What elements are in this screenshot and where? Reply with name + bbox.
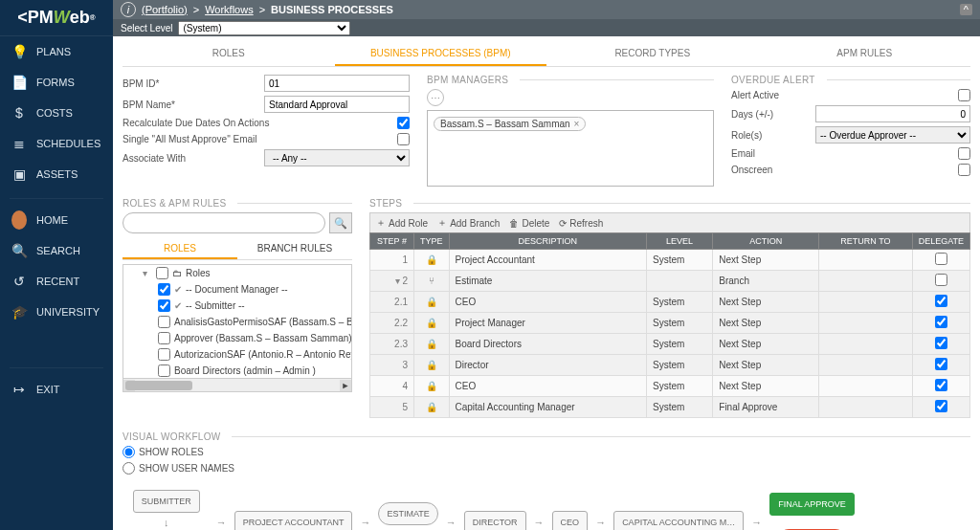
managers-tagbox[interactable]: Bassam.S – Bassam Samman× [427,110,714,187]
nav-schedules[interactable]: ≣SCHEDULES [0,128,113,159]
expand-icon[interactable]: ▾ [390,276,400,286]
col-header[interactable]: TYPE [414,233,450,250]
managers-add-icon[interactable]: ⋯ [427,89,444,106]
col-header[interactable]: ACTION [713,233,819,250]
node-submitter[interactable]: SUBMITTER [133,490,200,513]
table-row[interactable]: 5🔒Capital Accounting ManagerSystemFinal … [370,397,970,418]
role-checkbox[interactable] [158,348,170,361]
nav-home[interactable]: HOME [0,205,113,235]
col-header[interactable]: DELEGATE [912,233,969,250]
tab-roles[interactable]: ROLES [122,40,335,66]
refresh-button[interactable]: ⟳Refresh [559,218,603,229]
tab-apm-rules[interactable]: APM RULES [759,40,971,66]
node-ceo[interactable]: CEO [552,511,589,531]
delegate-checkbox[interactable] [935,274,947,286]
trash-icon: 🗑 [509,218,519,229]
role-checkbox[interactable] [158,332,170,344]
tree-item[interactable]: Board Directors (admin – Admin ) [123,363,351,379]
roles-subtabs: ROLESBRANCH RULES [122,239,352,260]
collapse-icon[interactable]: ▾ [143,268,152,278]
tree-root[interactable]: ▾ 🗀 Roles [123,265,351,281]
collapse-header-button[interactable]: ^ [960,4,972,15]
bpm-id-input[interactable] [264,75,410,92]
associate-select[interactable]: -- Any -- [264,149,410,166]
add-branch-button[interactable]: ＋Add Branch [437,216,500,230]
delegate-checkbox[interactable] [935,379,947,391]
table-row[interactable]: ▾ 2⑂EstimateBranch [370,271,970,292]
tree-item[interactable]: Approver (Bassam.S – Bassam Samman) [123,330,351,346]
delegate-checkbox[interactable] [935,295,947,307]
add-role-button[interactable]: ＋Add Role [376,216,428,230]
tree-item[interactable]: ✔ -- Submitter -- [123,298,351,314]
alert-active-checkbox[interactable] [958,89,970,101]
subtab-branch-rules[interactable]: BRANCH RULES [237,239,352,259]
nav-search[interactable]: 🔍SEARCH [0,235,113,266]
select-level[interactable]: (System) [178,21,350,35]
tree-item[interactable]: AutorizacionSAF (Antonio.R – Antonio Rey… [123,346,351,363]
tree-item[interactable]: ✔ -- Document Manager -- [123,281,351,298]
tree-item[interactable]: AnalisisGastoPermisoSAF (Bassam.S – Bass… [123,314,351,330]
arrow-right-icon: → [751,517,762,528]
role-checkbox[interactable] [158,299,170,312]
home-icon [11,212,27,228]
tree-scrollbar[interactable]: ◄ ► [122,379,352,392]
tab-business-processes-bpm-[interactable]: BUSINESS PROCESSES (BPM) [335,40,547,66]
role-checkbox[interactable] [158,364,170,377]
roles-tree[interactable]: ▾ 🗀 Roles ✔ -- Document Manager -- ✔ -- … [122,264,352,379]
roles-select[interactable]: -- Overdue Approver -- [815,126,970,144]
table-row[interactable]: 2.3🔒Board DirectorsSystemNext Step [370,334,970,355]
roles-search-input[interactable] [122,212,325,233]
nav-assets[interactable]: ▣ASSETS [0,159,113,189]
col-header[interactable]: RETURN TO [819,233,912,250]
plus-icon: ＋ [437,216,447,230]
root-checkbox[interactable] [156,267,168,279]
role-checkbox[interactable] [158,283,170,296]
node-final-approve[interactable]: FINAL APPROVE [769,493,855,516]
role-checkbox[interactable] [158,316,170,328]
days-input[interactable] [815,105,970,122]
bpm-name-input[interactable] [264,96,410,113]
ovd-onscreen-checkbox[interactable] [958,164,970,176]
table-row[interactable]: 1🔒Project AccountantSystemNext Step [370,250,970,271]
table-row[interactable]: 4🔒CEOSystemNext Step [370,376,970,397]
delegate-checkbox[interactable] [935,337,947,349]
scroll-right-icon[interactable]: ► [340,380,351,391]
delegate-checkbox[interactable] [935,358,947,370]
remove-tag-icon[interactable]: × [574,119,580,129]
col-header[interactable]: STEP # [370,233,414,250]
node-director[interactable]: DIRECTOR [464,511,526,531]
nav-university[interactable]: 🎓UNIVERSITY [0,297,113,327]
table-row[interactable]: 2.2🔒Project ManagerSystemNext Step [370,313,970,334]
nav-exit[interactable]: ↦EXIT [0,374,113,405]
nav-recent[interactable]: ↺RECENT [0,266,113,297]
single-approve-checkbox[interactable] [397,133,410,145]
folder-icon: 🗀 [172,268,182,278]
delete-button[interactable]: 🗑Delete [509,218,549,229]
ovd-email-checkbox[interactable] [958,147,970,160]
nav-plans[interactable]: 💡PLANS [0,36,113,67]
node-project-accountant[interactable]: PROJECT ACCOUNTANT [234,511,353,531]
tab-record-types[interactable]: RECORD TYPES [546,40,759,66]
delegate-checkbox[interactable] [935,400,947,412]
node-capital-accounting[interactable]: CAPITAL ACCOUNTING M… [613,511,744,531]
scroll-thumb[interactable] [125,381,192,390]
node-estimate[interactable]: ESTIMATE [378,502,437,525]
subtab-roles[interactable]: ROLES [122,239,237,259]
breadcrumb-root[interactable]: (Portfolio) [142,4,188,15]
delegate-checkbox[interactable] [935,253,947,265]
col-header[interactable]: DESCRIPTION [449,233,646,250]
breadcrumb-workflows[interactable]: Workflows [205,4,254,15]
col-header[interactable]: LEVEL [646,233,712,250]
info-icon[interactable]: i [121,2,136,17]
recalc-checkbox[interactable] [397,117,410,129]
manager-tag[interactable]: Bassam.S – Bassam Samman× [434,117,586,131]
steps-panel: STEPS ＋Add Role ＋Add Branch 🗑Delete ⟳Ref… [369,198,970,418]
delegate-checkbox[interactable] [935,316,947,328]
show-roles-option[interactable]: SHOW ROLES [122,446,970,458]
table-row[interactable]: 3🔒DirectorSystemNext Step [370,355,970,376]
nav-forms[interactable]: 📄FORMS [0,67,113,98]
search-button[interactable]: 🔍 [329,212,352,233]
nav-costs[interactable]: $COSTS [0,98,113,128]
show-users-option[interactable]: SHOW USER NAMES [122,462,970,475]
table-row[interactable]: 2.1🔒CEOSystemNext Step [370,292,970,313]
